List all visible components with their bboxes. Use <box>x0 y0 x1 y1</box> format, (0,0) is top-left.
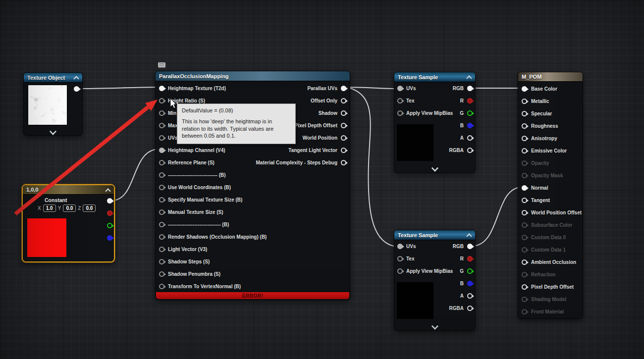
input-pin-opacity <box>522 160 527 166</box>
input-pin-separator-1[interactable] <box>159 172 164 178</box>
texture-sample-2-title: Texture Sample <box>398 232 438 238</box>
material-graph-canvas[interactable]: Texture Object ParallaxOcclusionMapping <box>0 0 644 359</box>
input-pin-normal[interactable] <box>522 185 527 191</box>
input-pin-transform-to-vertexnormal[interactable] <box>159 284 164 289</box>
x-value-field[interactable]: 1.0 <box>43 205 56 212</box>
input-pin-light-vector[interactable] <box>159 247 164 252</box>
output-pin-b[interactable] <box>467 123 473 128</box>
constant-output-pin-r[interactable] <box>107 210 112 216</box>
output-pin-g[interactable] <box>467 110 473 116</box>
input-pin-max[interactable] <box>159 123 164 128</box>
input-pin-heightmap-channel[interactable] <box>159 148 164 153</box>
input-pin-tangent[interactable] <box>522 198 527 203</box>
wire-parallaxuvs-to-sample1[interactable] <box>346 87 396 89</box>
output-pin-r[interactable] <box>467 98 473 103</box>
input-pin-ambient-occlusion[interactable] <box>522 259 527 265</box>
expand-chevron-icon[interactable] <box>50 130 56 135</box>
output-pin-world-position[interactable] <box>341 135 346 141</box>
input-pin-base-color[interactable] <box>522 86 527 92</box>
input-pin-reference-plane[interactable] <box>159 160 164 165</box>
texture-object-output-pin[interactable] <box>74 86 79 92</box>
output-pin-rgba[interactable] <box>467 148 473 153</box>
collapse-chevron-icon[interactable] <box>74 75 79 80</box>
output-pin-r[interactable] <box>467 256 473 261</box>
input-pin-pixel-depth-offset[interactable] <box>522 284 527 290</box>
texture-object-node[interactable]: Texture Object <box>23 72 83 136</box>
texture-sample-node-1[interactable]: Texture Sample UVs Tex Apply View MipBia… <box>394 72 476 173</box>
input-pin-apply-view-mipbias[interactable] <box>397 268 403 274</box>
wire-sample2-to-normal[interactable] <box>472 187 522 246</box>
texture-object-header[interactable]: Texture Object <box>24 73 82 83</box>
input-pin-tex[interactable] <box>397 98 403 103</box>
texture-sample-1-header[interactable]: Texture Sample <box>394 72 475 82</box>
texture-sample-2-header[interactable]: Texture Sample <box>394 230 475 240</box>
output-pin-a[interactable] <box>467 135 473 141</box>
pom-header[interactable]: ParallaxOcclusionMapping <box>156 71 350 81</box>
texture-preview <box>28 85 67 125</box>
material-result-header[interactable]: M_POM <box>518 72 583 82</box>
input-pin-height-ratio[interactable] <box>159 98 164 103</box>
pin-row: Heightmap Texture (T2d) Parallax UVs <box>156 82 350 95</box>
collapse-chevron-icon[interactable] <box>467 75 472 79</box>
pom-title: ParallaxOcclusionMapping <box>159 73 229 79</box>
output-pin-tangent-light-vector[interactable] <box>341 148 346 153</box>
constant-type-label: Constant <box>45 197 67 203</box>
output-pin-a[interactable] <box>467 293 473 299</box>
output-pin-rgba[interactable] <box>467 306 473 311</box>
z-axis-label: Z <box>78 205 81 211</box>
input-pin-manual-texture-size[interactable] <box>159 209 164 215</box>
output-pin-material-complexity[interactable] <box>341 160 346 165</box>
input-pin-custom-data-1 <box>522 247 527 253</box>
input-pin-opacity-mask <box>522 173 527 178</box>
material-result-node[interactable]: M_POM Base Color Metallic Specular Rough… <box>518 72 583 319</box>
tooltip-description: This is how 'deep' the heightmap is in r… <box>182 118 291 140</box>
input-pin-use-world-coordinates[interactable] <box>159 185 164 190</box>
input-pin-tex[interactable] <box>397 256 403 261</box>
input-pin-uvs[interactable] <box>397 86 403 91</box>
output-pin-rgb[interactable] <box>467 244 473 249</box>
input-pin-uvs[interactable] <box>397 244 403 249</box>
constant-output-pin[interactable] <box>107 198 112 204</box>
wire-constant-to-heightmapchannel[interactable] <box>111 149 160 201</box>
input-pin-refraction <box>522 272 527 277</box>
output-pin-parallax-uvs[interactable] <box>341 86 346 91</box>
material-result-title: M_POM <box>522 74 541 80</box>
input-pin-metallic[interactable] <box>522 99 527 104</box>
pin-row: Heightmap Channel (V4) Tangent Light Vec… <box>156 144 350 156</box>
y-value-field[interactable]: 0.0 <box>63 205 76 212</box>
output-pin-pixel-depth-offset[interactable] <box>341 123 346 128</box>
wire-parallaxuvs-to-sample2[interactable] <box>346 87 396 247</box>
input-pin-roughness[interactable] <box>522 123 527 129</box>
output-pin-b[interactable] <box>467 281 473 286</box>
expand-chevron-icon[interactable] <box>431 166 438 172</box>
input-pin-subsurface-color <box>522 222 527 228</box>
input-pin-specular[interactable] <box>522 111 527 116</box>
wire-textureobject-to-heightmap[interactable] <box>75 87 160 89</box>
constant-node-header[interactable]: 1,0,0 <box>23 185 114 195</box>
input-pin-heightmap-texture[interactable] <box>159 86 164 91</box>
input-pin-shadow-penumbra[interactable] <box>159 271 164 277</box>
input-pin-min[interactable] <box>159 110 164 116</box>
input-pin-render-shadows[interactable] <box>159 234 164 240</box>
output-pin-g[interactable] <box>467 268 473 274</box>
input-pin-specify-manual-texture-size[interactable] <box>159 197 164 203</box>
input-pin-uvs[interactable] <box>159 135 164 141</box>
input-pin-anisotropy[interactable] <box>522 136 527 141</box>
input-pin-shadow-steps[interactable] <box>159 259 164 264</box>
output-pin-rgb[interactable] <box>467 86 473 91</box>
constant-output-pin-g[interactable] <box>107 223 112 228</box>
texture-sample-node-2[interactable]: Texture Sample UVs Tex Apply View MipBia… <box>394 230 476 331</box>
collapse-chevron-icon[interactable] <box>106 188 110 192</box>
constant-vector-node[interactable]: 1,0,0 Constant X 1.0 Y 0.0 Z 0.0 <box>22 184 115 262</box>
input-pin-world-position-offset[interactable] <box>522 210 527 215</box>
output-pin-shadow[interactable] <box>341 110 346 116</box>
input-pin-apply-view-mipbias[interactable] <box>397 110 403 116</box>
collapse-chevron-icon[interactable] <box>467 233 472 237</box>
input-pin-emissive-color[interactable] <box>522 148 527 154</box>
constant-output-pin-b[interactable] <box>107 235 112 241</box>
output-pin-offset-only[interactable] <box>341 98 346 103</box>
input-pin-custom-data-0 <box>522 235 527 240</box>
input-pin-separator-2[interactable] <box>159 222 164 227</box>
expand-chevron-icon[interactable] <box>431 324 438 330</box>
z-value-field[interactable]: 0.0 <box>83 205 96 212</box>
